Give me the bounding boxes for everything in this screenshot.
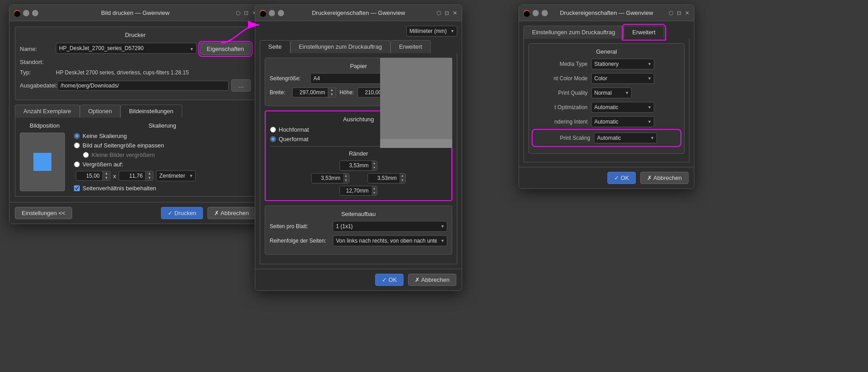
- window1-footer: Einstellungen << ✓ Drucken ✗ Abbrechen: [9, 202, 261, 224]
- close-button-2[interactable]: ⬤: [260, 10, 266, 16]
- tab-anzahl[interactable]: Anzahl Exemplare: [15, 105, 80, 118]
- height-arrows: ▲ ▼: [146, 171, 153, 181]
- maximize-button-2[interactable]: [278, 10, 284, 16]
- title-right-2: ⬡ ⊡ ✕: [436, 10, 457, 16]
- color-mode-select[interactable]: Color: [591, 73, 654, 84]
- bottom-down[interactable]: ▼: [372, 191, 377, 195]
- tray-icon-3: ⬡: [669, 10, 673, 16]
- print-quality-wrapper: Normal: [591, 87, 632, 98]
- reihenfolge-row: Reihenfolge der Seiten: Von links nach r…: [270, 235, 447, 246]
- vergroessern-radio[interactable]: [74, 161, 80, 167]
- left-down[interactable]: ▼: [343, 178, 349, 183]
- tab-optionen[interactable]: Optionen: [80, 105, 121, 118]
- ok-button-2[interactable]: ✓ OK: [375, 274, 404, 286]
- print-quality-select[interactable]: Normal: [591, 87, 632, 98]
- top-margin-input[interactable]: [340, 161, 372, 170]
- printer-name-select[interactable]: HP_DeskJet_2700_series_D57290: [56, 43, 197, 54]
- left-up[interactable]: ▲: [343, 174, 349, 178]
- abbrechen-button-3[interactable]: ✗ Abbrechen: [640, 172, 689, 184]
- window2-content: Millimeter (mm) Seite Einstellungen zum …: [255, 21, 462, 269]
- height-down[interactable]: ▼: [146, 176, 153, 180]
- height-input[interactable]: [119, 171, 146, 181]
- abbrechen-button-2[interactable]: ✗ Abbrechen: [408, 274, 456, 286]
- top-down[interactable]: ▼: [372, 165, 377, 170]
- breite-arrows: ▲ ▼: [328, 87, 336, 97]
- print-scaling-select[interactable]: Automatic: [594, 133, 657, 143]
- title-right-3: ⬡ ⊡ ✕: [669, 10, 689, 16]
- width-up[interactable]: ▲: [103, 171, 110, 176]
- kleine-radio[interactable]: [83, 152, 89, 158]
- browse-button[interactable]: …: [231, 79, 251, 92]
- height-up[interactable]: ▲: [146, 171, 153, 176]
- breite-input[interactable]: [292, 87, 328, 97]
- printer-properties-dialog-1: ⬤ Druckereigenschaften — Gwenview ⬡ ⊡ ✕ …: [255, 5, 462, 291]
- seitenverhaeltnis-row: Seitenverhältnis beibehalten: [74, 185, 251, 192]
- right-down[interactable]: ▼: [400, 178, 405, 183]
- eigenschaften-button[interactable]: Eigenschaften: [200, 43, 251, 55]
- optimization-select[interactable]: Automatic: [591, 102, 654, 113]
- keine-skalierung-radio[interactable]: [74, 133, 80, 139]
- einpassen-radio[interactable]: [74, 142, 80, 148]
- height-spinner: ▲ ▼: [119, 171, 153, 181]
- bottom-margin-input[interactable]: [340, 186, 372, 195]
- tab-einstellungen-w3[interactable]: Einstellungen zum Druckauftrag: [524, 26, 624, 39]
- maximize-button-3[interactable]: [542, 10, 548, 16]
- resize-icon-2: ⊡: [445, 10, 449, 16]
- tab-erweitert-w2[interactable]: Erweitert: [390, 40, 431, 53]
- width-down[interactable]: ▼: [103, 176, 110, 180]
- tab-bildeinstellungen[interactable]: Bildeinstellungen: [120, 105, 182, 118]
- seiten-pro-blatt-row: Seiten pro Blatt: 1 (1x1): [270, 221, 447, 232]
- optimization-label: t Optimization: [533, 104, 588, 110]
- media-type-row: Media Type Stationery: [533, 59, 680, 69]
- minimize-button-3[interactable]: [533, 10, 539, 16]
- unit-selector[interactable]: Millimeter (mm): [406, 26, 457, 37]
- querformat-radio[interactable]: [270, 136, 276, 142]
- bild-skalierung-row: Bildposition Skalierung Keine Skalierung…: [20, 122, 251, 192]
- w3-tab-content: General Media Type Stationery nt Color M…: [524, 39, 689, 162]
- media-type-select[interactable]: Stationery: [591, 59, 654, 69]
- drucken-button[interactable]: ✓ Drucken: [161, 207, 203, 219]
- ausgabedatei-input[interactable]: [57, 81, 229, 91]
- typ-label: Typ:: [20, 69, 56, 76]
- right-margin-input[interactable]: [368, 174, 400, 183]
- minimize-button-1[interactable]: [23, 10, 29, 16]
- einstellungen-button[interactable]: Einstellungen <<: [15, 207, 72, 219]
- printer-properties-dialog-2: ⬤ Druckereigenschaften — Gwenview ⬡ ⊡ ✕ …: [519, 5, 694, 189]
- close-button-1[interactable]: ⬤: [14, 10, 20, 16]
- lr-margins: ▲ ▼ ▲ ▼: [311, 173, 406, 184]
- seitenverhaeltnis-checkbox[interactable]: [74, 185, 80, 191]
- seitengroesse-label: Seitengröße:: [270, 75, 310, 82]
- raender-title: Ränder: [270, 150, 447, 157]
- breite-up[interactable]: ▲: [328, 88, 335, 92]
- ok-button-3[interactable]: ✓ OK: [607, 172, 636, 184]
- print-quality-label: Print Quality: [533, 90, 588, 96]
- window-title-2: Druckereigenschaften — Gwenview: [312, 9, 405, 16]
- typ-value: HP DeskJet 2700 series, driverless, cups…: [56, 69, 189, 76]
- right-up[interactable]: ▲: [400, 174, 405, 178]
- unit-select[interactable]: Zentimeter: [156, 170, 196, 181]
- bildposition-area: Bildposition: [20, 122, 69, 192]
- abbrechen-button-1[interactable]: ✗ Abbrechen: [207, 207, 256, 219]
- keine-skalierung-label: Keine Skalierung: [83, 133, 127, 139]
- title-right-1: ⬡ ⊡ ✕: [236, 10, 257, 16]
- rendering-intent-select[interactable]: Automatic: [591, 116, 654, 127]
- left-margin-input[interactable]: [312, 174, 343, 183]
- seiten-pro-blatt-select[interactable]: 1 (1x1): [333, 221, 447, 232]
- tab-erweitert-w3[interactable]: Erweitert: [624, 26, 664, 39]
- seitenaufbau-section: Seitenaufbau Seiten pro Blatt: 1 (1x1) R…: [265, 206, 452, 255]
- reihenfolge-select[interactable]: Von links nach rechts, von oben nach unt…: [333, 235, 447, 246]
- tab-einstellungen[interactable]: Einstellungen zum Druckauftrag: [290, 40, 390, 53]
- close-button-3[interactable]: ⬤: [524, 10, 530, 16]
- breite-down[interactable]: ▼: [328, 92, 335, 97]
- bottom-up[interactable]: ▲: [372, 186, 377, 191]
- color-mode-wrapper: Color: [591, 73, 654, 84]
- tab-seite[interactable]: Seite: [260, 40, 290, 53]
- w2-tab-content: Papier Seitengröße: A4 Breite: ▲: [260, 53, 457, 264]
- maximize-button-1[interactable]: [32, 10, 38, 16]
- top-up[interactable]: ▲: [372, 161, 377, 165]
- minimize-button-2[interactable]: [269, 10, 275, 16]
- hochformat-radio[interactable]: [270, 127, 276, 133]
- name-row: Name: HP_DeskJet_2700_series_D57290 Eige…: [20, 43, 251, 55]
- reihenfolge-wrapper: Von links nach rechts, von oben nach unt…: [333, 235, 447, 246]
- width-input[interactable]: [76, 171, 103, 181]
